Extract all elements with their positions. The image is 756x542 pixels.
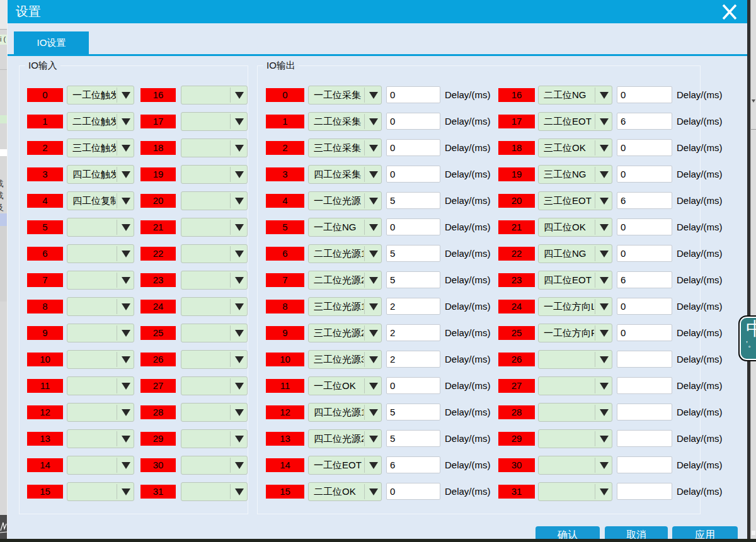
delay-input[interactable] — [386, 351, 440, 368]
delay-input[interactable] — [386, 86, 440, 103]
io-function-select[interactable]: 一工位方向L — [538, 297, 612, 316]
delay-input[interactable] — [386, 271, 440, 288]
io-function-select[interactable] — [181, 324, 248, 342]
io-function-select[interactable] — [67, 324, 134, 342]
io-function-select[interactable]: 三工位光源3 — [308, 350, 382, 369]
io-function-select[interactable] — [67, 482, 134, 501]
io-function-select[interactable]: 三工位OK — [538, 138, 612, 157]
io-function-select[interactable] — [67, 218, 134, 237]
io-function-select[interactable]: 四工位OK — [538, 218, 612, 237]
delay-input[interactable] — [386, 377, 440, 394]
delay-input[interactable] — [617, 430, 672, 447]
io-function-select[interactable] — [67, 297, 134, 316]
io-function-select[interactable] — [538, 376, 612, 395]
io-function-select[interactable]: 一工位触发 — [67, 86, 134, 104]
apply-button[interactable]: 应用 — [672, 526, 738, 539]
delay-input[interactable] — [617, 245, 672, 262]
io-function-select[interactable] — [67, 244, 134, 263]
delay-input[interactable] — [617, 192, 672, 209]
delay-input[interactable] — [386, 166, 440, 183]
dialog-titlebar[interactable]: 设置 — [8, 0, 747, 23]
io-function-select[interactable] — [181, 138, 248, 157]
io-function-select[interactable]: 一工位方向R — [538, 324, 612, 342]
io-function-select[interactable]: 四工位触发 — [67, 165, 134, 184]
io-function-select[interactable]: 二工位OK — [308, 482, 382, 501]
io-function-select[interactable]: 二工位光源2 — [308, 271, 382, 290]
delay-input[interactable] — [617, 483, 672, 500]
io-function-select[interactable]: 一工位OK — [308, 376, 382, 395]
io-function-select[interactable] — [538, 429, 612, 448]
io-function-select[interactable] — [181, 403, 248, 422]
delay-input[interactable] — [386, 192, 440, 209]
io-function-select[interactable]: 二工位触发 — [67, 112, 134, 131]
io-function-select[interactable] — [181, 482, 248, 501]
io-function-select[interactable]: 三工位采集 — [308, 138, 382, 157]
confirm-button[interactable]: 确认 — [536, 526, 600, 539]
delay-input[interactable] — [386, 404, 440, 421]
io-function-select[interactable] — [67, 271, 134, 290]
delay-input[interactable] — [386, 245, 440, 262]
delay-input[interactable] — [617, 324, 672, 341]
delay-input[interactable] — [617, 404, 672, 421]
io-function-select[interactable]: 三工位NG — [538, 165, 612, 184]
delay-input[interactable] — [617, 298, 672, 315]
io-function-select[interactable] — [181, 165, 248, 184]
delay-input[interactable] — [617, 113, 672, 130]
delay-input[interactable] — [617, 351, 672, 368]
delay-input[interactable] — [617, 86, 672, 103]
io-function-select[interactable] — [67, 403, 134, 422]
delay-input[interactable] — [386, 324, 440, 341]
delay-input[interactable] — [386, 430, 440, 447]
io-function-select[interactable]: 四工位复制 — [67, 191, 134, 210]
scrollbar-thumb[interactable] — [752, 531, 755, 535]
io-function-select[interactable] — [181, 456, 248, 475]
io-function-select[interactable]: 一工位光源 — [308, 191, 382, 210]
delay-input[interactable] — [386, 139, 440, 156]
io-function-select[interactable]: 一工位NG — [308, 218, 382, 237]
delay-input[interactable] — [617, 139, 672, 156]
io-function-select[interactable] — [538, 456, 612, 475]
io-function-select[interactable] — [181, 429, 248, 448]
io-function-select[interactable] — [181, 350, 248, 369]
io-function-select[interactable]: 三工位触发 — [67, 138, 134, 157]
io-function-select[interactable] — [538, 482, 612, 501]
io-function-select[interactable]: 一工位EOT — [308, 456, 382, 475]
io-function-select[interactable] — [67, 456, 134, 475]
io-function-select[interactable]: 四工位NG — [538, 244, 612, 263]
delay-input[interactable] — [386, 456, 440, 473]
tab-io-settings[interactable]: IO设置 — [14, 31, 89, 54]
io-function-select[interactable] — [538, 350, 612, 369]
io-function-select[interactable] — [181, 112, 248, 131]
io-function-select[interactable]: 三工位光源2 — [308, 324, 382, 342]
io-function-select[interactable] — [181, 297, 248, 316]
delay-input[interactable] — [386, 298, 440, 315]
io-function-select[interactable]: 二工位EOT — [538, 112, 612, 131]
cancel-button[interactable]: 取消 — [605, 526, 668, 539]
io-function-select[interactable]: 四工位采集 — [308, 165, 382, 184]
delay-input[interactable] — [386, 218, 440, 235]
delay-input[interactable] — [617, 271, 672, 288]
delay-input[interactable] — [617, 218, 672, 235]
io-function-select[interactable] — [181, 218, 248, 237]
delay-input[interactable] — [617, 377, 672, 394]
io-function-select[interactable] — [181, 376, 248, 395]
io-function-select[interactable] — [67, 376, 134, 395]
delay-input[interactable] — [386, 113, 440, 130]
io-function-select[interactable] — [67, 350, 134, 369]
io-function-select[interactable]: 四工位光源2 — [308, 429, 382, 448]
close-button[interactable] — [719, 3, 740, 21]
background-scrollbar[interactable] — [750, 0, 756, 539]
io-function-select[interactable]: 二工位采集 — [308, 112, 382, 131]
io-function-select[interactable]: 四工位EOT — [538, 271, 612, 290]
delay-input[interactable] — [617, 456, 672, 473]
io-function-select[interactable]: 三工位EOT — [538, 191, 612, 210]
ime-indicator-badge[interactable]: 中 ’。简 — [738, 315, 756, 361]
io-function-select[interactable] — [181, 271, 248, 290]
io-function-select[interactable]: 三工位光源1 — [308, 297, 382, 316]
io-function-select[interactable] — [181, 191, 248, 210]
delay-input[interactable] — [386, 483, 440, 500]
io-function-select[interactable] — [181, 244, 248, 263]
io-function-select[interactable]: 二工位NG — [538, 86, 612, 104]
io-function-select[interactable]: 二工位光源1 — [308, 244, 382, 263]
io-function-select[interactable] — [538, 403, 612, 422]
